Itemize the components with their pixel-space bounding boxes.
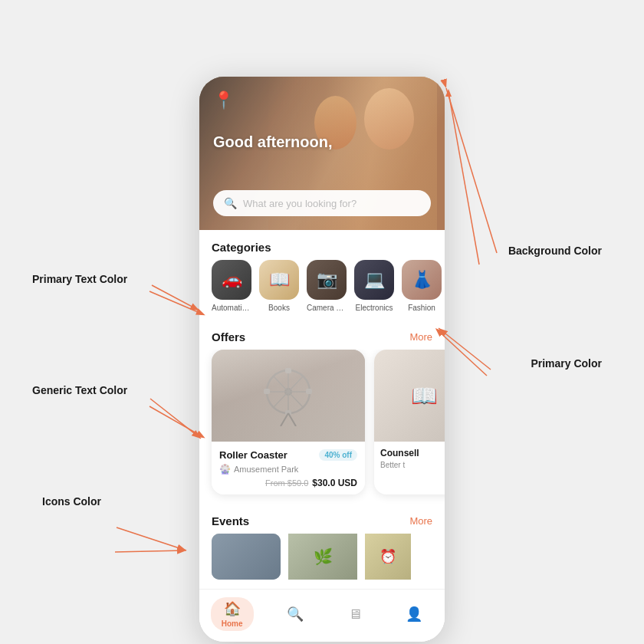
hero-content: 📍 Good afternoon, <box>213 90 333 151</box>
categories-title: Categories <box>212 241 271 254</box>
category-label-automotive: Automativ... <box>212 304 251 312</box>
home-icon: 🏠 <box>224 600 241 617</box>
nav-screen[interactable]: 🖥 <box>337 603 373 626</box>
category-label-fashion: Fashion <box>408 304 435 312</box>
location-icon: 📍 <box>213 90 333 110</box>
category-camera[interactable]: 📷 Camera & ... <box>307 260 347 312</box>
primary-text-color-label: Primary Text Color <box>32 272 127 286</box>
search-icon: 🔍 <box>224 197 237 209</box>
category-icon-electronics: 💻 <box>354 260 394 300</box>
primary-color-label: Primary Color <box>531 356 602 370</box>
icons-color-label: Icons Color <box>42 495 101 508</box>
svg-line-23 <box>446 88 497 253</box>
svg-line-13 <box>150 406 203 437</box>
offer-card-2-subtitle: Better t <box>380 461 445 469</box>
hero-section: 📍 Good afternoon, 🔍 What are you looking… <box>199 77 445 230</box>
phone-mockup: 📍 Good afternoon, 🔍 What are you looking… <box>199 77 445 642</box>
offer-card-roller-coaster[interactable]: Roller Coaster 40% off 🎡 Amusement Park … <box>212 350 365 495</box>
svg-line-12 <box>150 291 203 314</box>
offers-header: Offers More <box>199 320 445 350</box>
generic-text-color-label: Generic Text Color <box>32 383 127 397</box>
search-bar[interactable]: 🔍 What are you looking for? <box>213 190 431 216</box>
search-placeholder: What are you looking for? <box>243 198 356 209</box>
offers-title: Offers <box>212 330 245 343</box>
offer-card-body: Roller Coaster 40% off 🎡 Amusement Park … <box>212 442 365 495</box>
nav-profile[interactable]: 👤 <box>395 603 433 626</box>
nav-home[interactable]: 🏠 Home <box>211 597 254 631</box>
event-thumb-1[interactable] <box>212 534 281 580</box>
svg-line-24 <box>439 328 491 370</box>
bottom-nav: 🏠 Home 🔍 🖥 👤 <box>199 589 445 642</box>
hero-greeting: Good afternoon, <box>213 133 333 151</box>
categories-row: 🚗 Automativ... 📖 Books 📷 Camera & ... 💻 <box>199 260 445 320</box>
event-thumb-2[interactable]: 🌿 <box>288 534 357 580</box>
offer-card-img <box>212 350 365 442</box>
category-books[interactable]: 📖 Books <box>259 260 299 312</box>
offer-price: $30.0 USD <box>312 478 357 488</box>
category-fashion[interactable]: 👗 Fashion <box>402 260 442 312</box>
events-row: 🌿 ⏰ <box>199 534 445 589</box>
categories-header: Categories <box>199 230 445 260</box>
phone-body: Categories 🚗 Automativ... 📖 Books 📷 Came… <box>199 230 445 642</box>
category-label-electronics: Electronics <box>356 304 393 312</box>
search-nav-icon: 🔍 <box>287 606 304 623</box>
offer-card-counsell[interactable]: 📖 Counsell Better t <box>374 350 445 495</box>
background-color-label: Background Color <box>508 244 602 258</box>
offer-badge: 40% off <box>319 449 357 461</box>
category-icon-camera: 📷 <box>307 260 347 300</box>
event-thumb-3[interactable]: ⏰ <box>365 534 411 580</box>
svg-marker-16 <box>445 89 452 97</box>
offer-card-2-img: 📖 <box>374 350 445 442</box>
category-icon-books: 📖 <box>259 260 299 300</box>
svg-line-15 <box>449 92 479 264</box>
category-icon-automotive: 🚗 <box>212 260 251 300</box>
offer-title: Roller Coaster <box>219 449 288 461</box>
offers-row: Roller Coaster 40% off 🎡 Amusement Park … <box>199 350 445 504</box>
offer-subtitle: Amusement Park <box>234 465 298 474</box>
profile-icon: 👤 <box>406 606 422 623</box>
offer-card-2-title: Counsell <box>380 448 445 458</box>
nav-search[interactable]: 🔍 <box>276 603 314 626</box>
category-label-camera: Camera & ... <box>307 304 347 312</box>
screen-icon: 🖥 <box>348 606 362 623</box>
svg-line-20 <box>152 285 199 310</box>
offer-original-price: From $50.0 <box>265 478 308 488</box>
svg-line-22 <box>117 527 186 550</box>
offer-card-2-body: Counsell Better t <box>374 442 445 475</box>
category-electronics[interactable]: 💻 Electronics <box>354 260 394 312</box>
events-more[interactable]: More <box>409 515 432 527</box>
nav-home-label: Home <box>222 619 243 628</box>
category-icon-fashion: 👗 <box>402 260 442 300</box>
svg-line-14 <box>115 550 184 552</box>
svg-line-21 <box>150 399 201 439</box>
events-header: Events More <box>199 504 445 534</box>
category-automotive[interactable]: 🚗 Automativ... <box>212 260 251 312</box>
events-title: Events <box>212 514 249 527</box>
category-label-books: Books <box>268 304 290 312</box>
offers-more[interactable]: More <box>409 331 432 343</box>
